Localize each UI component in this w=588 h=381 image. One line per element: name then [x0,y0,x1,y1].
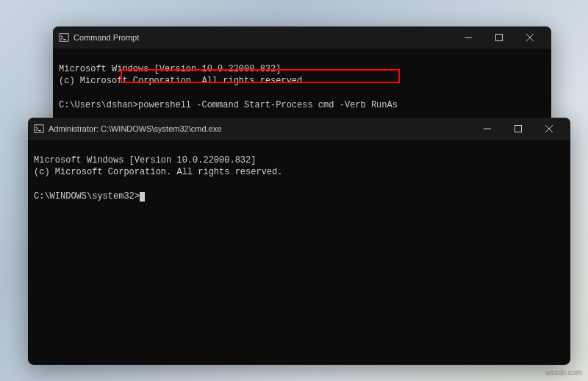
command-prompt-window: Command Prompt Microsoft Windows [Versio… [53,26,551,122]
minimize-button[interactable] [472,118,503,140]
prompt-path: C:\Users\dshan> [59,100,138,110]
titlebar[interactable]: Command Prompt [53,26,551,49]
svg-rect-0 [60,34,68,42]
watermark: wsxdn.com [545,368,582,377]
version-text: Microsoft Windows [Version 10.0.22000.83… [59,64,281,74]
minimize-button[interactable] [453,26,484,49]
admin-cmd-window: Administrator: C:\WINDOWS\system32\cmd.e… [28,118,570,365]
copyright-text: (c) Microsoft Corporation. All rights re… [34,167,282,177]
window-controls [472,118,564,140]
terminal-output[interactable]: Microsoft Windows [Version 10.0.22000.83… [28,140,570,217]
cursor [140,192,145,202]
prompt-command: powershell -Command Start-Process cmd -V… [138,100,398,110]
terminal-output[interactable]: Microsoft Windows [Version 10.0.22000.83… [53,49,551,122]
window-controls [453,26,545,49]
close-button[interactable] [534,118,564,140]
minimize-icon [465,34,472,41]
window-title: Command Prompt [74,33,453,42]
svg-rect-6 [35,125,43,133]
close-icon [545,125,553,132]
close-button[interactable] [514,26,545,49]
terminal-icon [59,32,69,43]
svg-rect-3 [496,35,503,41]
maximize-icon [514,125,522,132]
prompt-path: C:\WINDOWS\system32> [34,191,140,202]
svg-rect-9 [515,126,522,132]
window-title: Administrator: C:\WINDOWS\system32\cmd.e… [49,124,472,133]
close-icon [526,34,534,41]
maximize-icon [495,34,503,41]
titlebar[interactable]: Administrator: C:\WINDOWS\system32\cmd.e… [28,118,570,140]
version-text: Microsoft Windows [Version 10.0.22000.83… [34,155,256,165]
copyright-text: (c) Microsoft Corporation. All rights re… [59,76,307,86]
terminal-icon [34,124,44,134]
minimize-icon [484,125,491,132]
maximize-button[interactable] [484,26,514,49]
maximize-button[interactable] [503,118,534,140]
